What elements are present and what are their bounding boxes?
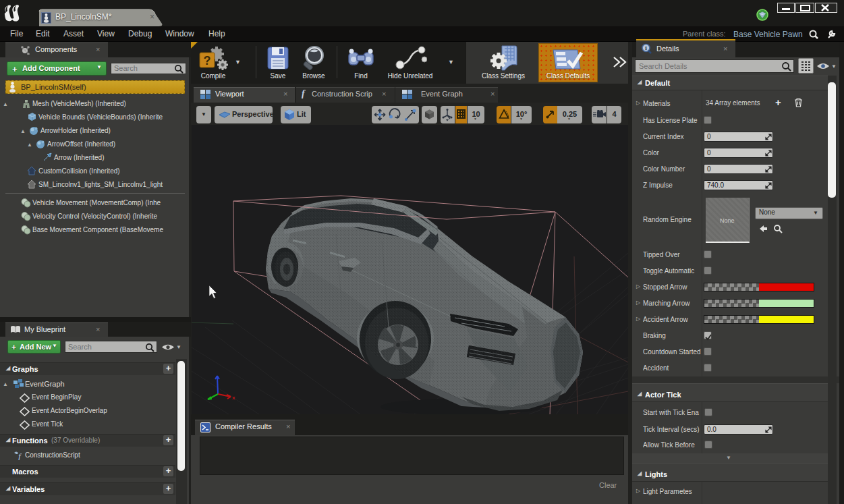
svg-text:x: x: [232, 395, 235, 401]
svg-text:?: ?: [204, 54, 211, 67]
svg-text:f: f: [18, 451, 22, 460]
